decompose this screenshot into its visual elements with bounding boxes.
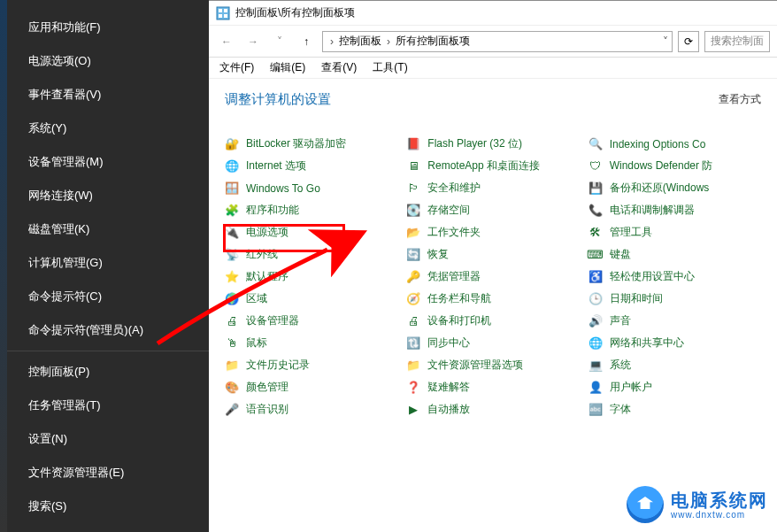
control-panel-item[interactable]: 🎤语音识别 — [225, 398, 397, 420]
menu-edit[interactable]: 编辑(E) — [270, 60, 305, 75]
nav-back-button[interactable]: ← — [216, 31, 237, 52]
control-panel-item[interactable]: 👤用户帐户 — [589, 376, 761, 398]
control-panel-item[interactable]: 💾备份和还原(Windows — [589, 177, 761, 199]
item-icon: 🪟 — [225, 181, 239, 196]
winx-menu-item[interactable]: 命令提示符(管理员)(A) — [7, 313, 209, 347]
control-panel-item[interactable]: 🏳安全和维护 — [406, 177, 579, 199]
chevron-right-icon[interactable]: › — [387, 35, 390, 48]
control-panel-item[interactable]: 🔌电源选项 — [225, 221, 397, 243]
control-panel-item[interactable]: ⭐默认程序 — [225, 266, 397, 288]
item-icon: 📂 — [406, 226, 420, 240]
winx-menu-item[interactable]: 事件查看器(V) — [7, 78, 209, 112]
control-panel-item[interactable]: 🪟Windows To Go — [225, 177, 397, 199]
control-panel-item[interactable]: 🌍区域 — [225, 288, 397, 310]
view-by-label[interactable]: 查看方式 — [719, 92, 761, 107]
control-panel-item[interactable]: ⌨键盘 — [589, 243, 761, 266]
control-panel-item[interactable]: 📕Flash Player (32 位) — [406, 133, 579, 155]
control-panel-item[interactable]: 🎨颜色管理 — [225, 376, 397, 398]
control-panel-item[interactable]: ❓疑难解答 — [406, 376, 579, 398]
item-icon: ▶ — [406, 403, 420, 417]
item-label: 安全和维护 — [427, 181, 481, 196]
control-panel-item[interactable]: 🛠管理工具 — [589, 221, 761, 243]
control-panel-item[interactable]: ▶自动播放 — [406, 398, 579, 420]
winx-menu-item[interactable]: 系统(Y) — [7, 112, 209, 145]
control-panel-item[interactable]: 🖨设备管理器 — [225, 310, 397, 332]
item-label: 语音识别 — [246, 402, 288, 417]
control-panel-item[interactable]: 🔤字体 — [589, 398, 761, 420]
control-panel-item[interactable]: 🖥RemoteApp 和桌面连接 — [406, 155, 579, 177]
item-icon: 🌐 — [225, 159, 239, 173]
item-icon: 💻 — [589, 359, 603, 373]
winx-menu-item[interactable]: 设置(N) — [7, 422, 209, 456]
control-panel-item[interactable]: 📂工作文件夹 — [406, 221, 579, 243]
control-panel-item[interactable]: 🖨设备和打印机 — [406, 310, 579, 332]
control-panel-item[interactable]: 🔃同步中心 — [406, 332, 579, 354]
item-icon: ♿ — [589, 270, 603, 284]
search-input[interactable]: 搜索控制面 — [704, 31, 770, 52]
item-icon: 👤 — [589, 381, 603, 395]
refresh-button[interactable]: ⟳ — [678, 31, 699, 52]
breadcrumb-root[interactable]: 控制面板 — [337, 34, 383, 49]
control-panel-item[interactable]: 🌐网络和共享中心 — [589, 332, 761, 354]
control-panel-item[interactable]: 💽存储空间 — [406, 199, 579, 221]
chevron-right-icon[interactable]: › — [330, 35, 334, 48]
item-label: 设备管理器 — [246, 313, 299, 328]
control-panel-item[interactable]: 🔐BitLocker 驱动器加密 — [225, 133, 397, 155]
winx-menu-item[interactable]: 磁盘管理(K) — [7, 212, 209, 246]
control-panel-item[interactable]: 🔊声音 — [589, 310, 761, 332]
item-label: 自动播放 — [427, 402, 470, 417]
menu-file[interactable]: 文件(F) — [219, 60, 254, 75]
winx-menu-item[interactable]: 命令提示符(C) — [7, 280, 209, 313]
chevron-down-icon[interactable]: ˅ — [663, 35, 668, 48]
menu-view[interactable]: 查看(V) — [321, 60, 357, 75]
item-label: 红外线 — [246, 247, 278, 262]
winx-menu-label: 设置(N) — [28, 431, 67, 447]
nav-recent-button[interactable]: ˅ — [269, 31, 290, 52]
item-icon: 🌐 — [589, 336, 603, 351]
winx-menu-item[interactable]: 计算机管理(G) — [7, 246, 209, 280]
window-title: 控制面板\所有控制面板项 — [235, 5, 355, 20]
control-panel-item[interactable]: 📁文件资源管理器选项 — [406, 354, 579, 376]
winx-menu-item[interactable]: 运行(R) — [7, 523, 209, 532]
control-panel-item[interactable]: 💻系统 — [589, 354, 761, 376]
winx-menu-item[interactable]: 搜索(S) — [7, 490, 209, 523]
item-label: 鼠标 — [246, 335, 267, 351]
control-panel-item[interactable]: 🕒日期和时间 — [589, 288, 761, 310]
item-label: RemoteApp 和桌面连接 — [427, 158, 540, 173]
control-panel-item[interactable]: 🔄恢复 — [406, 243, 579, 266]
control-panel-item[interactable]: 🔑凭据管理器 — [406, 266, 579, 288]
nav-up-button[interactable]: ↑ — [296, 31, 317, 52]
breadcrumb-box[interactable]: › 控制面板 › 所有控制面板项 ˅ — [322, 31, 673, 52]
item-icon: 🔑 — [406, 270, 420, 284]
winx-menu-item[interactable]: 任务管理器(T) — [7, 389, 209, 422]
winx-menu-item[interactable]: 应用和功能(F) — [7, 11, 209, 44]
control-panel-item[interactable]: 🧭任务栏和导航 — [406, 288, 579, 310]
winx-menu-item[interactable]: 控制面板(P) — [7, 355, 209, 389]
control-panel-item[interactable]: ♿轻松使用设置中心 — [589, 266, 761, 288]
item-label: 同步中心 — [427, 335, 470, 351]
control-panel-item[interactable]: 🛡Windows Defender 防 — [589, 155, 761, 177]
menu-tools[interactable]: 工具(T) — [373, 60, 407, 75]
winx-menu-label: 命令提示符(管理员)(A) — [28, 322, 143, 338]
winx-menu-item[interactable]: 电源选项(O) — [7, 44, 209, 78]
control-panel-item[interactable]: 📡红外线 — [225, 243, 397, 266]
control-panel-item[interactable]: 🖱鼠标 — [225, 332, 397, 354]
item-label: 备份和还原(Windows — [610, 181, 710, 196]
control-panel-item[interactable]: 📞电话和调制解调器 — [589, 199, 761, 221]
control-panel-item[interactable]: 🌐Internet 选项 — [225, 155, 397, 177]
item-label: 凭据管理器 — [427, 269, 481, 284]
item-icon: ❓ — [406, 381, 420, 395]
winx-menu-item[interactable]: 设备管理器(M) — [7, 145, 209, 179]
winx-menu-label: 应用和功能(F) — [28, 19, 101, 35]
breadcrumb-current[interactable]: 所有控制面板项 — [394, 34, 472, 49]
winx-menu-item[interactable]: 文件资源管理器(E) — [7, 456, 209, 490]
control-panel-item[interactable]: 📁文件历史记录 — [225, 354, 397, 376]
item-label: 工作文件夹 — [427, 225, 481, 240]
control-panel-item[interactable]: 🧩程序和功能 — [225, 199, 397, 221]
winx-menu-item[interactable]: 网络连接(W) — [7, 179, 209, 212]
watermark-logo-icon — [627, 486, 664, 523]
control-panel-item[interactable]: 🔍Indexing Options Co — [589, 133, 761, 155]
item-icon: 🌍 — [225, 292, 239, 306]
item-icon: 📕 — [406, 137, 420, 151]
item-label: 存储空间 — [427, 203, 470, 218]
